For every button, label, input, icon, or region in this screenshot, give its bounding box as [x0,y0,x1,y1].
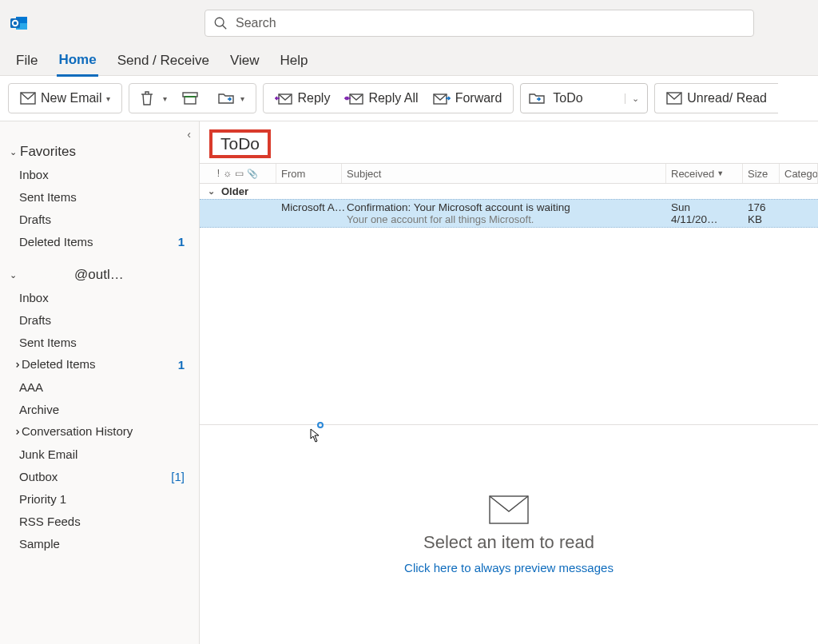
move-button[interactable]: ▾ [213,89,249,108]
reply-all-icon [344,92,363,105]
ribbon-toolbar: New Email ▾ ▾ [0,75,818,121]
reply-all-button[interactable]: Reply All [340,88,423,109]
archive-icon [182,92,198,105]
folder-aaa[interactable]: AAA [0,376,199,398]
fav-inbox[interactable]: Inbox [0,163,199,185]
ribbon-group-new: New Email ▾ [8,83,122,113]
group-older[interactable]: ⌄ Older [200,184,818,199]
folder-title-wrap: ToDo [200,121,818,163]
menu-bar: File Home Send / Receive View Help [0,46,818,75]
account-label: @outl… [74,267,124,283]
col-received[interactable]: Received▼ [666,164,743,183]
collapse-nav-button[interactable]: ‹ [0,126,199,141]
folder-sample[interactable]: Sample [0,532,199,555]
folder-priority-1[interactable]: Priority 1 [0,487,199,510]
search-placeholder: Search [236,16,276,30]
list-column-headers[interactable]: ! ☼ ▭ 📎 From Subject Received▼ Size Cate… [200,163,818,184]
msg-preview: Your one account for all things Microsof… [347,213,661,225]
forward-label: Forward [455,91,502,105]
delete-button[interactable] [136,88,158,109]
new-email-label: New Email [41,91,101,105]
forward-icon [433,92,451,105]
navigation-pane: ‹ ⌄ Favorites Inbox Sent Items Drafts De… [0,121,200,644]
fav-drafts[interactable]: Drafts [0,208,199,230]
reply-all-label: Reply All [368,91,418,105]
folder-deleted-items[interactable]: ⌄Deleted Items 1 [0,353,199,376]
chevron-right-icon: ⌄ [8,427,22,437]
ribbon-group-delete-archive: ▾ ▾ [129,83,256,113]
reply-label: Reply [297,91,330,105]
quick-step-select[interactable]: ToDo ⌄ [520,83,648,113]
sort-desc-icon: ▼ [717,169,724,177]
folder-junk-email[interactable]: Junk Email [0,443,199,465]
reading-pane: Select an item to read Click here to alw… [200,424,818,644]
archive-button[interactable] [177,89,203,108]
chevron-down-icon: ⌄ [625,93,639,104]
svg-point-4 [215,18,224,26]
reading-pane-title: Select an item to read [423,532,594,553]
unread-read-button[interactable]: Unread/ Read [661,88,772,109]
svg-line-5 [223,26,227,30]
mail-icon [666,92,682,105]
menu-send-receive[interactable]: Send / Receive [116,51,211,75]
folder-outbox[interactable]: Outbox [1] [0,465,199,487]
menu-file[interactable]: File [14,51,39,75]
col-subject[interactable]: Subject [342,164,666,183]
attachment-icon: 📎 [247,169,258,179]
importance-icon: ! [217,168,220,179]
forward-button[interactable]: Forward [428,88,507,109]
folder-conversation-history[interactable]: ⌄Conversation History [0,420,199,443]
msg-received: Sun 4/11/20… [666,201,743,225]
svg-rect-8 [185,97,196,104]
mail-large-icon [489,495,529,524]
folder-drafts[interactable]: Drafts [0,308,199,331]
msg-size: 176 KB [743,201,780,225]
search-icon [213,16,228,30]
col-flags[interactable]: ! ☼ ▭ 📎 [200,164,276,183]
col-size[interactable]: Size [743,164,780,183]
title-bar: Search [0,0,818,46]
menu-view[interactable]: View [228,51,261,75]
favorites-label: Favorites [20,144,76,160]
reminder-icon: ☼ [223,168,232,179]
folder-title: ToDo [209,129,271,158]
search-box[interactable]: Search [204,10,754,37]
folder-inbox[interactable]: Inbox [0,286,199,308]
new-email-button[interactable]: New Email ▾ [15,88,115,109]
unread-read-label: Unread/ Read [687,91,767,105]
outlook-app-icon [10,14,29,33]
icon-icon: ▭ [235,168,244,179]
folder-move-icon [529,92,546,105]
chevron-down-icon[interactable]: ▾ [163,94,167,103]
fav-sent-items[interactable]: Sent Items [0,185,199,208]
fav-deleted-items[interactable]: Deleted Items 1 [0,230,199,252]
menu-help[interactable]: Help [278,51,309,75]
ribbon-group-tags: Unread/ Read [654,83,778,113]
chevron-down-icon: ⌄ [10,270,17,280]
msg-subject: Confirmation: Your Microsoft account is … [347,201,661,213]
msg-from: Microsoft A… [281,201,347,225]
col-category[interactable]: Catego [780,164,818,183]
chevron-down-icon: ▾ [240,94,244,103]
always-preview-link[interactable]: Click here to always preview messages [404,561,614,574]
favorites-header[interactable]: ⌄ Favorites [0,141,199,163]
chevron-down-icon: ⌄ [208,186,215,197]
chevron-down-icon: ⌄ [10,147,17,157]
folder-rss-feeds[interactable]: RSS Feeds [0,510,199,532]
folder-archive[interactable]: Archive [0,398,199,420]
mail-icon [20,92,36,105]
menu-home[interactable]: Home [57,50,97,77]
ribbon-group-respond: Reply Reply All Forward [263,83,514,113]
move-to-folder-icon [218,92,236,105]
chevron-right-icon: ⌄ [8,360,22,370]
quick-step-label: ToDo [553,91,582,105]
message-row[interactable]: Microsoft A… Confirmation: Your Microsof… [200,199,818,228]
folder-sent-items[interactable]: Sent Items [0,331,199,353]
reply-icon [275,92,292,105]
account-header[interactable]: ⌄ xxxxxxxx @outl… [0,264,199,286]
chevron-down-icon: ▾ [106,94,110,103]
reply-button[interactable]: Reply [270,88,335,109]
col-from[interactable]: From [276,164,342,183]
group-label: Older [221,185,248,197]
trash-icon [141,91,153,105]
